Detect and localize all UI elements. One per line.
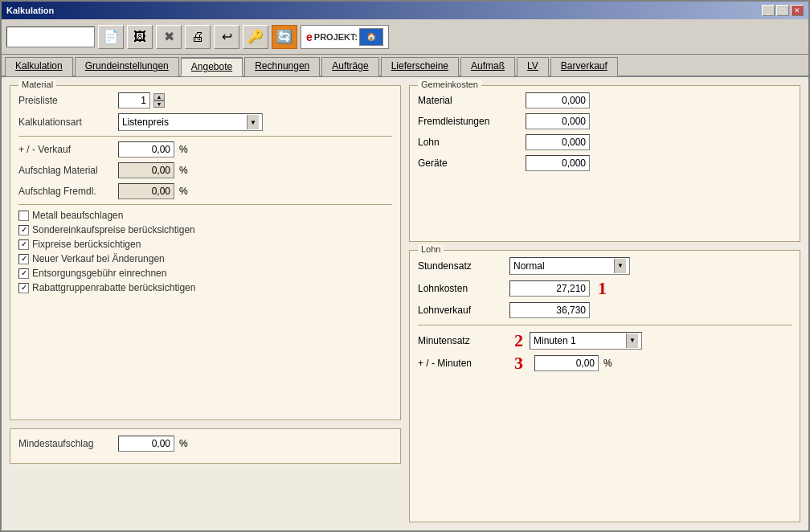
title-bar-buttons: _ □ ✕ (762, 5, 804, 16)
minutensatz-arrow[interactable]: ▼ (626, 334, 638, 348)
gemeinkosten-panel-title: Gemeinkosten (418, 80, 481, 89)
stundensatz-label: Stundensatz (418, 260, 506, 272)
tab-lieferscheine[interactable]: Lieferscheine (381, 57, 459, 76)
kalkulationsart-select[interactable]: Listenpreis ▼ (118, 113, 263, 131)
minutensatz-value: Minuten 1 (534, 335, 576, 346)
minuten-percent: % (603, 358, 612, 369)
aufschlag-material-percent: % (179, 165, 188, 176)
gk-lohn-label: Lohn (418, 137, 522, 148)
checkbox-sonder-row: Sondereinkaufspreise berücksichtigen (18, 224, 392, 235)
projekt-icon: 🏠 (366, 32, 376, 41)
mindestaufschlag-row: Mindestaufschlag % (18, 436, 392, 452)
checkbox-fixpreise[interactable] (18, 239, 29, 250)
lohn-divider (418, 325, 792, 325)
checkbox-metall[interactable] (18, 211, 29, 221)
minutensatz-row: Minutensatz 2 Minuten 1 ▼ (418, 332, 792, 350)
gk-material-label: Material (418, 95, 522, 106)
checkbox-neuer-verkauf[interactable] (18, 254, 29, 264)
verkauf-input[interactable] (118, 141, 174, 158)
checkbox-metall-label: Metall beaufschlagen (32, 210, 123, 221)
tab-lv[interactable]: LV (517, 57, 549, 76)
mindestaufschlag-input[interactable] (118, 436, 174, 452)
maximize-button[interactable]: □ (776, 5, 789, 16)
toolbar: 📄 🖼 ✖ 🖨 ↩ 🔑 🔄 e PROJEKT: 🏠 (2, 19, 808, 55)
refresh-button[interactable]: 🔄 (272, 25, 297, 49)
preisliste-row: Preisliste ▲ ▼ (18, 92, 392, 108)
main-content: Material Preisliste ▲ ▼ Kalkulationsart … (2, 77, 808, 530)
title-bar: Kalkulation _ □ ✕ (2, 2, 808, 19)
minimize-button[interactable]: _ (762, 5, 775, 16)
aufschlag-fremdl-input[interactable] (118, 183, 174, 199)
lohnkosten-input[interactable] (509, 280, 590, 297)
checkbox-entsorgung[interactable] (18, 268, 29, 279)
aufschlag-material-label: Aufschlag Material (18, 165, 115, 176)
open-button[interactable]: 🖼 (127, 25, 153, 49)
tab-kalkulation[interactable]: Kalkulation (5, 57, 73, 76)
aufschlag-material-row: Aufschlag Material % (18, 162, 392, 178)
checkbox-sonder-label: Sondereinkaufspreise berücksichtigen (32, 224, 195, 235)
divider-1 (18, 136, 392, 137)
close-button[interactable]: ✕ (791, 5, 804, 16)
gemeinkosten-panel: Gemeinkosten Material Fremdleistungen Lo… (409, 85, 800, 242)
minutensatz-select[interactable]: Minuten 1 ▼ (530, 332, 642, 350)
tab-grundeinstellungen[interactable]: Grundeinstellungen (75, 57, 179, 76)
gk-fremdleistungen-label: Fremdleistungen (418, 116, 522, 127)
checkbox-neuer-verkauf-row: Neuer Verkauf bei Änderungen (18, 253, 392, 264)
handwritten-3: 3 (514, 354, 523, 372)
projekt-text: PROJEKT: (314, 32, 358, 42)
checkbox-rabatt[interactable] (18, 283, 29, 293)
lohnverkauf-label: Lohnverkauf (418, 305, 506, 316)
checkbox-neuer-verkauf-label: Neuer Verkauf bei Änderungen (32, 253, 165, 264)
gk-fremdleistungen-row: Fremdleistungen (418, 113, 792, 129)
minutensatz-label: Minutensatz (418, 335, 506, 346)
divider-2 (18, 204, 392, 205)
aufschlag-fremdl-percent: % (179, 186, 188, 197)
gk-lohn-input[interactable] (526, 134, 590, 150)
material-panel-title: Material (18, 80, 56, 89)
key-icon: 🔑 (248, 29, 264, 44)
tab-aufmass[interactable]: Aufmaß (460, 57, 515, 76)
projekt-icon-button[interactable]: 🏠 (359, 28, 383, 46)
gk-geraete-label: Geräte (418, 158, 522, 169)
verkauf-percent: % (179, 144, 188, 155)
toolbar-input[interactable] (6, 27, 95, 47)
print-button[interactable]: 🖨 (185, 25, 211, 49)
preisliste-input[interactable] (118, 92, 150, 108)
lohn-panel: Lohn Stundensatz Normal ▼ Lohnkosten 1 L… (409, 250, 800, 522)
kalkulationsart-label: Kalkulationsart (18, 117, 115, 128)
kalkulationsart-arrow[interactable]: ▼ (247, 115, 259, 129)
lohnverkauf-row: Lohnverkauf (418, 302, 792, 318)
tab-angebote[interactable]: Angebote (181, 57, 243, 76)
spinner-down[interactable]: ▼ (153, 100, 165, 108)
tab-bar: Kalkulation Grundeinstellungen Angebote … (2, 55, 808, 77)
checkbox-rabatt-row: Rabattgruppenrabatte berücksichtigen (18, 282, 392, 293)
lohnverkauf-input[interactable] (509, 302, 590, 318)
stundensatz-row: Stundensatz Normal ▼ (418, 257, 792, 275)
verkauf-label: + / - Verkauf (18, 144, 115, 155)
e-logo: e (306, 31, 313, 43)
tab-barverkauf[interactable]: Barverkauf (550, 57, 618, 76)
aufschlag-material-input[interactable] (118, 162, 174, 178)
aufschlag-fremdl-row: Aufschlag Fremdl. % (18, 183, 392, 199)
material-panel: Material Preisliste ▲ ▼ Kalkulationsart … (10, 85, 401, 420)
gk-geraete-input[interactable] (526, 155, 590, 171)
gk-material-input[interactable] (526, 92, 590, 108)
verkauf-row: + / - Verkauf % (18, 141, 392, 158)
lohnkosten-label: Lohnkosten (418, 283, 506, 294)
tab-rechnungen[interactable]: Rechnungen (244, 57, 320, 76)
tab-auftraege[interactable]: Aufträge (321, 57, 378, 76)
stundensatz-select[interactable]: Normal ▼ (509, 257, 630, 275)
gk-fremdleistungen-input[interactable] (526, 113, 590, 129)
minuten-input[interactable] (534, 355, 599, 371)
new-doc-button[interactable]: 📄 (98, 25, 124, 49)
stundensatz-arrow[interactable]: ▼ (614, 259, 626, 273)
checkbox-entsorgung-row: Entsorgungsgebühr einrechnen (18, 268, 392, 279)
checkbox-entsorgung-label: Entsorgungsgebühr einrechnen (32, 268, 166, 279)
undo-button[interactable]: ↩ (214, 25, 239, 49)
checkbox-sonder[interactable] (18, 225, 29, 235)
spinner-up[interactable]: ▲ (153, 93, 165, 100)
aufschlag-fremdl-label: Aufschlag Fremdl. (18, 186, 115, 197)
key-button[interactable]: 🔑 (243, 25, 268, 49)
checkbox-fixpreise-label: Fixpreise berücksichtigen (32, 239, 141, 250)
delete-button[interactable]: ✖ (156, 25, 182, 49)
